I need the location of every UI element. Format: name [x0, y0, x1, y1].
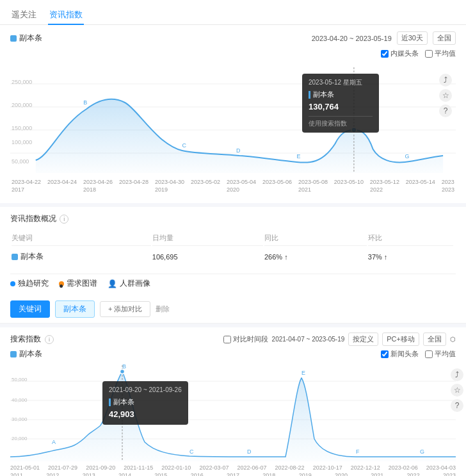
- research-label: 独趋研究: [18, 278, 49, 289]
- region-dropdown[interactable]: 全国: [433, 31, 456, 45]
- svg-text:30,000: 30,000: [12, 416, 28, 422]
- stats-section: 资讯指数概况 i 关键词 日均量 同比 环比 副本条: [0, 203, 466, 295]
- portrait-icon: 👤: [108, 279, 117, 288]
- keyword-bar: 关键词 副本条 + 添加对比 删除: [0, 295, 466, 324]
- svg-text:E: E: [301, 370, 305, 376]
- news-headlines-input[interactable]: [381, 50, 389, 58]
- search-bookmark-icon[interactable]: ☆: [451, 384, 463, 397]
- news-year-axis: 2017 2018 2019 2020 2021 2022 2023: [10, 186, 456, 193]
- col-yoy: 环比: [368, 231, 453, 246]
- svg-text:20,000: 20,000: [12, 436, 28, 441]
- nav-research[interactable]: 独趋研究: [10, 278, 49, 289]
- search-info2-icon[interactable]: ?: [451, 399, 463, 412]
- row-daily: 106,695: [152, 247, 263, 266]
- stats-info-icon[interactable]: i: [60, 215, 68, 224]
- news-xaxis: 2023-04-22 2023-04-24 2023-04-26 2023-04…: [10, 179, 456, 185]
- svg-text:50,000: 50,000: [12, 158, 29, 165]
- news-chart-svg: 250,000 200,000 150,000 100,000 50,000 B: [10, 61, 456, 176]
- compare-period-input[interactable]: [223, 336, 231, 343]
- stats-nav: 独趋研究 ● 需求图谱 👤 人群画像: [10, 274, 456, 289]
- search-legend-row: 副本条 新闻头条 平均值: [0, 349, 466, 362]
- svg-text:C: C: [189, 448, 194, 455]
- search-year-axis: 2011 2012 2013 2014 2015 2016 2017 2018 …: [0, 472, 466, 476]
- avg-input[interactable]: [425, 50, 433, 58]
- svg-text:B: B: [83, 99, 87, 106]
- term-btn[interactable]: 副本条: [55, 300, 95, 318]
- stats-title: 资讯指数概况 i: [10, 213, 456, 224]
- nav-portrait[interactable]: 👤 人群画像: [108, 278, 150, 289]
- stats-table: 关键词 日均量 同比 环比 副本条 106,695 266%: [10, 229, 456, 267]
- svg-text:G: G: [420, 448, 424, 455]
- row-yoy: 37% ↑: [368, 247, 453, 266]
- info-icon[interactable]: ?: [439, 104, 452, 117]
- news-date-range: 2023-04-20 ~ 2023-05-19: [312, 35, 392, 42]
- news-headlines-checkbox[interactable]: 内媒头条: [381, 49, 419, 58]
- demand-label: 需求图谱: [67, 278, 97, 289]
- nav-demand[interactable]: ● 需求图谱: [59, 278, 97, 289]
- page-wrapper: 遥关注 资讯指数 副本条 2023-04-20 ~ 2023-05-19 近30…: [0, 0, 466, 476]
- svg-text:D: D: [236, 147, 241, 154]
- search-region-dropdown[interactable]: 全国: [423, 332, 446, 346]
- row-label: 副本条: [20, 251, 44, 262]
- bookmark-icon[interactable]: ☆: [439, 89, 452, 102]
- avg-checkbox[interactable]: 平均值: [425, 49, 456, 58]
- svg-point-15: [351, 127, 357, 133]
- svg-text:D: D: [247, 448, 252, 455]
- search-index-section: 搜索指数 i 对比时间段 2021-04-07 ~ 2023-05-19 按定义…: [0, 324, 466, 476]
- search-xaxis: 2021-05-01 2021-07-29 2021-09-20 2021-11…: [0, 464, 466, 471]
- col-daily: 日均量: [152, 231, 263, 246]
- svg-text:E: E: [296, 153, 300, 160]
- svg-text:40,000: 40,000: [12, 397, 28, 403]
- svg-text:50,000: 50,000: [12, 377, 28, 382]
- svg-text:G: G: [405, 153, 409, 160]
- table-row: 副本条 106,695 266% ↑ 37% ↑: [12, 247, 454, 266]
- top-tabs: 遥关注 资讯指数: [0, 0, 466, 25]
- search-title: 搜索指数: [10, 334, 41, 345]
- svg-text:250,000: 250,000: [12, 79, 32, 85]
- add-compare-btn[interactable]: + 添加对比: [100, 301, 150, 317]
- search-side-icons: ⤴ ☆ ?: [451, 368, 463, 412]
- legend-item: 副本条: [10, 33, 42, 44]
- legend-dot-blue: [10, 35, 17, 42]
- search-avg-checkbox[interactable]: 平均值: [425, 349, 456, 359]
- svg-text:100,000: 100,000: [12, 139, 32, 145]
- svg-point-32: [120, 370, 125, 374]
- row-mom: 266% ↑: [264, 247, 367, 266]
- share-icon[interactable]: ⤴: [439, 74, 452, 86]
- avg-label: 平均值: [435, 49, 456, 58]
- search-news-input[interactable]: [381, 350, 389, 358]
- device-dropdown[interactable]: PC+移动: [382, 332, 419, 346]
- svg-text:B: B: [122, 363, 126, 370]
- svg-text:150,000: 150,000: [12, 125, 32, 131]
- search-info-icon[interactable]: i: [45, 335, 54, 344]
- search-legend-dot: [10, 351, 17, 357]
- search-share-icon[interactable]: ⤴: [451, 368, 463, 381]
- expand-icon[interactable]: ⬡: [450, 336, 456, 343]
- search-date-range: 2021-04-07 ~ 2023-05-19: [272, 336, 345, 343]
- svg-text:A: A: [52, 439, 56, 445]
- compare-period-checkbox[interactable]: 对比时间段: [223, 334, 268, 344]
- keyword-btn[interactable]: 关键词: [10, 300, 50, 318]
- clear-btn[interactable]: 删除: [156, 304, 170, 314]
- search-section-header: 搜索指数 i 对比时间段 2021-04-07 ~ 2023-05-19 按定义…: [0, 327, 466, 349]
- svg-text:200,000: 200,000: [12, 102, 32, 108]
- svg-text:F: F: [356, 448, 360, 455]
- search-news-checkbox[interactable]: 新闻头条: [381, 349, 419, 359]
- search-avg-label: 平均值: [435, 349, 456, 359]
- demand-icon: ●: [59, 281, 64, 286]
- tab-attention[interactable]: 遥关注: [10, 5, 38, 24]
- tab-news-index[interactable]: 资讯指数: [48, 5, 84, 24]
- col-mom: 同比: [264, 231, 367, 246]
- search-chart-svg: 50,000 40,000 30,000 20,000 A B C D: [10, 362, 456, 464]
- period-dropdown[interactable]: 近30天: [397, 31, 428, 45]
- period-def-dropdown[interactable]: 按定义: [348, 332, 378, 346]
- news-chart-area: 250,000 200,000 150,000 100,000 50,000 B: [10, 61, 456, 176]
- search-title-row: 搜索指数 i: [10, 334, 54, 345]
- news-index-section: 副本条 2023-04-20 ~ 2023-05-19 近30天 全国 内媒头条…: [0, 25, 466, 203]
- research-dot: [10, 281, 15, 286]
- search-chart-area: 50,000 40,000 30,000 20,000 A B C D: [0, 362, 466, 464]
- search-avg-input[interactable]: [425, 350, 433, 358]
- svg-text:C: C: [182, 142, 186, 149]
- legend-label: 副本条: [19, 33, 42, 44]
- portrait-label: 人群画像: [120, 278, 150, 289]
